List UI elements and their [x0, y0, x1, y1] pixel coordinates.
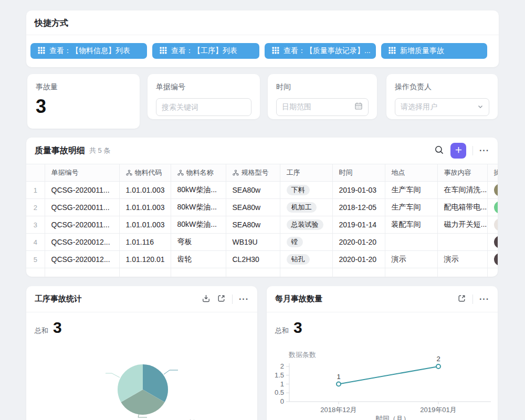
incident-detail-title: 质量事故明细 [35, 145, 85, 156]
shortcut-view-incident-records-button[interactable]: 查看：【质量事故记录】... [265, 43, 376, 59]
shortcut-button-label: 查看：【质量事故记录】... [284, 46, 371, 56]
table-row[interactable]: 1QCSG-2020011...1.01.01.00380kW柴油...SEA8… [26, 182, 498, 199]
search-button[interactable] [434, 145, 444, 156]
table-body: 1QCSG-2020011...1.01.01.00380kW柴油...SEA8… [26, 182, 498, 277]
cell-spec: SEA80w [226, 216, 280, 234]
sum-value: 3 [53, 319, 62, 336]
shortcut-view-process-list-button[interactable]: 查看：【工序】列表 [152, 43, 259, 59]
data-point-label: 1 [337, 373, 340, 381]
plus-icon [455, 146, 463, 155]
column-header-label: 操作负责人 [494, 169, 498, 176]
docno-search-box [156, 98, 251, 116]
column-header-label: 工序 [287, 169, 300, 176]
sum-value: 3 [293, 319, 302, 336]
column-header: 规格型号 [226, 164, 280, 182]
line-card-toolbar: ··· [457, 294, 489, 304]
process-tag: 钻孔 [287, 254, 310, 265]
date-range-placeholder: 日期范围 [282, 102, 311, 112]
cell-date: 2020-01-20 [332, 234, 385, 251]
column-header: 事故内容 [437, 164, 487, 182]
process-tag: 镗 [287, 237, 303, 247]
cell-doc_no: QCSG-2020011... [45, 199, 119, 216]
pie-leader-left [106, 373, 120, 377]
cell-place: 演示 [385, 251, 437, 268]
assignee-avatar [494, 184, 498, 196]
cell-material_code: 1.01.01.003 [119, 216, 171, 234]
cell-material_name: 80kW柴油... [171, 216, 226, 234]
owner-filter-card: 操作负责人 请选择用户 [386, 74, 498, 119]
date-range-picker[interactable]: 日期范围 [276, 98, 369, 116]
link-icon [177, 170, 184, 176]
download-icon [202, 294, 211, 304]
add-record-button[interactable] [450, 143, 466, 159]
assignee-avatar [494, 253, 498, 266]
cell-process: 机加工 [280, 199, 332, 216]
cell-avatar_color [487, 234, 498, 251]
table-toolbar: ··· [434, 143, 489, 159]
toolbar-divider [232, 295, 233, 304]
more-options-button[interactable]: ··· [239, 295, 249, 303]
owner-filter-label: 操作负责人 [395, 82, 489, 92]
cell-place: 生产车间 [385, 182, 437, 199]
table-row[interactable]: 5QCSG-2020012...1.01.120.01齿轮CL2H30钻孔202… [26, 251, 498, 268]
cell-place: 装配车间 [385, 216, 437, 234]
incident-detail-card: 质量事故明细 共 5 条 ··· 单据编号物料代码物料名称规格型号工序时间地点事… [26, 138, 498, 277]
cell-spec: CL2H30 [226, 251, 280, 268]
expand-button[interactable] [457, 294, 466, 304]
expand-icon [217, 294, 226, 304]
cell-doc_no: QCSG-2020011... [45, 182, 119, 199]
search-icon [434, 145, 444, 156]
column-header-label: 物料名称 [186, 169, 214, 176]
column-header: 单据编号 [45, 164, 119, 182]
cell-content [437, 234, 487, 251]
link-icon [233, 170, 239, 176]
column-header: 物料名称 [171, 164, 226, 182]
cell-spec: WB19U [226, 234, 280, 251]
grid-icon [272, 47, 279, 56]
table-header: 单据编号物料代码物料名称规格型号工序时间地点事故内容操作负责人 [26, 164, 498, 182]
cell-content: 演示 [437, 251, 487, 268]
table-row[interactable]: 4QCSG-2020012...1.01.116弯板WB19U镗2020-01-… [26, 234, 498, 251]
more-options-button[interactable]: ··· [479, 295, 489, 303]
cell-material_name: 80kW柴油... [171, 182, 226, 199]
pie-sum-row: 总和 3 [26, 312, 257, 336]
line-sum-row: 总和 3 [267, 312, 498, 336]
more-options-button[interactable]: ··· [479, 146, 489, 155]
incident-table: 单据编号物料代码物料名称规格型号工序时间地点事故内容操作负责人 1QCSG-20… [26, 164, 498, 277]
docno-filter-card: 单据编号 [148, 74, 260, 119]
data-point[interactable] [436, 364, 440, 369]
line-card-header: 每月事故数量 ··· [267, 286, 498, 312]
download-button[interactable] [202, 294, 211, 304]
sum-label: 总和 [35, 326, 48, 335]
y-tick-label: 0 [280, 397, 284, 405]
table-row[interactable]: 3QCSG-2020011...1.01.01.00380kW柴油...SEA8… [26, 216, 498, 234]
cell-material_name: 80kW柴油... [171, 199, 226, 216]
calendar-icon [354, 102, 363, 112]
cell-avatar_color [487, 216, 498, 234]
record-count: 共 5 条 [89, 146, 110, 155]
pie-slices [118, 364, 168, 415]
owner-select[interactable]: 请选择用户 [395, 98, 489, 116]
pie-card-header: 工序事故统计 ··· [26, 286, 257, 312]
docno-search-input[interactable] [162, 99, 246, 116]
incident-detail-header: 质量事故明细 共 5 条 ··· [26, 138, 498, 164]
cell-avatar_color [487, 199, 498, 216]
assignee-avatar [494, 218, 498, 231]
monthly-incident-count-card: 每月事故数量 ··· 总和 3 00.511.522018年12月2019年01… [267, 286, 498, 420]
cell-doc_no: QCSG-2020012... [45, 251, 119, 268]
table-row[interactable]: 2QCSG-2020011...1.01.01.00380kW柴油...SEA8… [26, 199, 498, 216]
cell-num: 5 [26, 251, 45, 268]
expand-button[interactable] [217, 294, 226, 304]
cell-avatar_color [487, 182, 498, 199]
shortcut-new-incident-button[interactable]: 新增质量事故 [381, 43, 487, 59]
line-series [339, 366, 438, 384]
cell-content: 在车间清洗... [437, 182, 487, 199]
incident-count-label: 事故量 [36, 82, 131, 92]
shortcut-view-material-list-button[interactable]: 查看：【物料信息】列表 [30, 43, 147, 59]
cell-num: 3 [26, 216, 45, 234]
time-filter-label: 时间 [276, 82, 369, 92]
chevron-down-icon [477, 102, 484, 112]
line-chart-area: 00.511.522018年12月2019年01月12数据条数时间（月） [267, 339, 498, 420]
cell-date: 2020-01-20 [332, 251, 385, 268]
data-point[interactable] [337, 382, 341, 386]
